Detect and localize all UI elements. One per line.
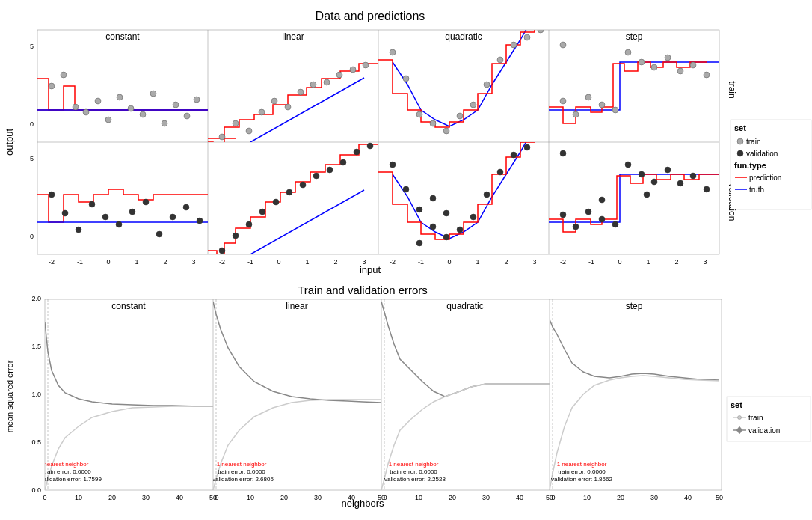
bottom-col-label-3: quadratic: [446, 301, 483, 311]
svg-text:20: 20: [280, 494, 288, 501]
svg-point-62: [363, 62, 369, 68]
svg-point-46: [173, 102, 179, 108]
row-label-train: train: [727, 81, 737, 98]
svg-point-136: [585, 209, 591, 215]
svg-point-145: [704, 186, 710, 192]
legend-train-label: train: [746, 138, 760, 146]
svg-point-71: [484, 82, 490, 88]
svg-point-135: [573, 224, 579, 230]
svg-point-64: [390, 49, 396, 55]
col-label-2: linear: [282, 31, 304, 42]
svg-point-103: [197, 218, 203, 224]
svg-text:0: 0: [30, 233, 34, 240]
svg-point-143: [677, 180, 683, 186]
svg-point-142: [665, 167, 671, 173]
svg-text:30: 30: [142, 494, 150, 501]
svg-point-85: [665, 55, 671, 61]
svg-point-107: [233, 233, 239, 239]
annotation3-line2: train error: 0.0000: [390, 468, 437, 475]
svg-text:-1: -1: [418, 258, 424, 266]
svg-point-141: [651, 179, 657, 185]
annotation1-line2: train error: 0.0000: [43, 468, 91, 475]
svg-point-69: [457, 113, 463, 119]
svg-text:1.0: 1.0: [31, 391, 41, 398]
bottom-chart: Train and validation errors constant lin…: [4, 281, 808, 513]
svg-point-100: [156, 231, 162, 237]
svg-text:0: 0: [106, 258, 110, 266]
svg-point-116: [354, 149, 360, 155]
svg-point-130: [416, 240, 422, 246]
svg-text:20: 20: [108, 494, 116, 501]
svg-point-87: [690, 62, 696, 68]
svg-text:10: 10: [75, 494, 82, 501]
svg-point-35: [49, 83, 55, 89]
svg-point-144: [690, 173, 696, 179]
svg-point-137: [599, 216, 605, 222]
svg-point-83: [639, 59, 645, 65]
svg-text:3: 3: [362, 258, 366, 266]
svg-point-139: [625, 162, 631, 168]
svg-text:40: 40: [348, 494, 355, 501]
svg-text:-2: -2: [560, 258, 566, 266]
svg-text:1: 1: [476, 258, 479, 266]
bottom-legend-set-label: set: [731, 400, 742, 409]
svg-text:3: 3: [703, 258, 707, 266]
bottom-chart-title: Train and validation errors: [298, 284, 428, 296]
svg-point-57: [298, 89, 304, 95]
svg-point-86: [677, 68, 683, 74]
svg-point-108: [246, 221, 252, 227]
svg-point-148: [644, 192, 650, 198]
svg-point-125: [470, 214, 476, 220]
svg-point-79: [585, 94, 591, 100]
svg-point-128: [511, 152, 517, 158]
svg-text:-1: -1: [588, 258, 594, 266]
svg-point-59: [324, 79, 330, 85]
svg-text:10: 10: [415, 494, 422, 501]
svg-text:-2: -2: [219, 258, 225, 266]
svg-text:20: 20: [617, 494, 624, 501]
svg-point-68: [443, 128, 449, 134]
svg-text:0: 0: [215, 494, 218, 501]
annotation3-line1: 1 nearest neighbor: [389, 461, 439, 468]
svg-point-73: [511, 42, 517, 48]
legend-train-dot: [737, 138, 743, 144]
svg-point-138: [612, 221, 618, 227]
svg-point-60: [336, 72, 342, 78]
svg-text:40: 40: [516, 494, 523, 501]
annotation1-line1: 1 nearest neighbor: [39, 461, 89, 468]
svg-text:1: 1: [305, 258, 309, 266]
col-label-3: quadratic: [445, 31, 482, 42]
svg-text:50: 50: [716, 494, 723, 501]
svg-point-94: [76, 227, 81, 233]
bottom-chart-svg: Train and validation errors constant lin…: [4, 281, 812, 513]
svg-point-131: [430, 195, 436, 201]
annotation4-line1: 1 nearest neighbor: [557, 461, 607, 468]
legend-val-dot: [737, 150, 743, 156]
svg-point-74: [524, 34, 530, 40]
annotation2-line1: 1 nearest neighbor: [217, 461, 267, 468]
svg-text:0.0: 0.0: [31, 486, 41, 494]
svg-point-121: [416, 207, 422, 212]
svg-text:-1: -1: [77, 258, 83, 266]
svg-point-109: [259, 209, 265, 215]
svg-point-70: [470, 102, 476, 108]
svg-point-126: [484, 192, 490, 198]
bottom-legend-val-label: validation: [748, 426, 780, 435]
svg-text:0: 0: [383, 494, 387, 501]
svg-text:0: 0: [277, 258, 280, 266]
svg-text:0.5: 0.5: [31, 438, 41, 446]
svg-point-123: [443, 234, 449, 240]
svg-point-40: [105, 117, 111, 123]
svg-point-55: [271, 98, 277, 104]
bottom-col-label-2: linear: [286, 301, 307, 311]
svg-point-98: [129, 209, 135, 215]
svg-point-99: [143, 199, 149, 205]
bottom-col-label-1: constant: [111, 301, 146, 311]
svg-point-42: [128, 105, 134, 111]
svg-point-132: [443, 210, 449, 216]
svg-point-147: [599, 197, 605, 203]
svg-point-52: [233, 120, 239, 126]
svg-point-140: [639, 171, 645, 177]
svg-point-44: [150, 91, 156, 97]
svg-point-111: [286, 189, 292, 195]
